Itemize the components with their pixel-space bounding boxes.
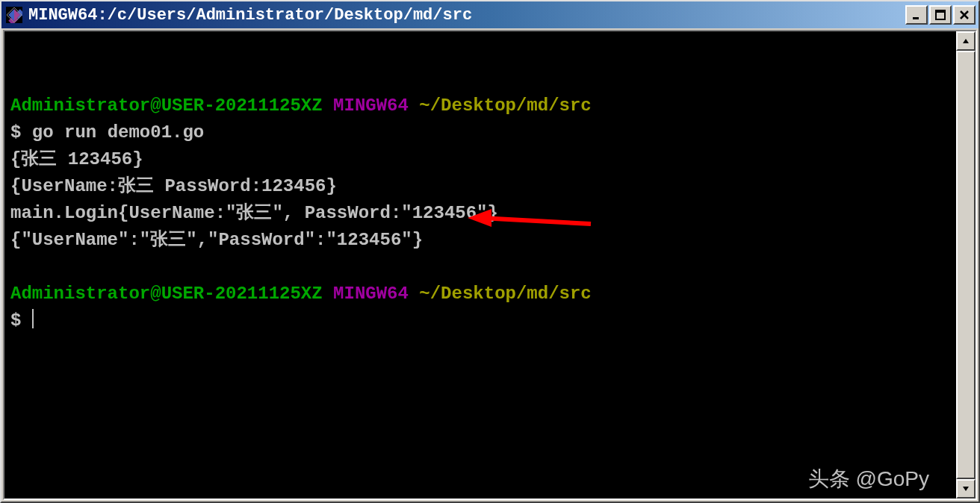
close-button[interactable] (953, 5, 976, 25)
minimize-button[interactable] (905, 5, 928, 25)
prompt-user: Administrator@USER-20211125XZ (10, 96, 323, 116)
terminal[interactable]: Administrator@USER-20211125XZ MINGW64 ~/… (4, 31, 956, 499)
output-line: {UserName:张三 PassWord:123456} (10, 176, 337, 196)
scroll-down-button[interactable] (956, 479, 976, 499)
prompt-env: MINGW64 (333, 96, 409, 116)
svg-rect-6 (913, 17, 919, 19)
prompt-symbol: $ (10, 310, 21, 331)
prompt-symbol: $ (10, 122, 21, 143)
window-controls (905, 5, 976, 25)
blank-line (10, 257, 21, 277)
svg-marker-12 (963, 39, 969, 43)
prompt-user: Administrator@USER-20211125XZ (10, 284, 323, 304)
content-area: Administrator@USER-20211125XZ MINGW64 ~/… (3, 30, 977, 500)
prompt-env: MINGW64 (333, 284, 409, 304)
output-line: {"UserName":"张三","PassWord":"123456"} (10, 230, 423, 250)
scroll-thumb[interactable] (956, 51, 976, 479)
scroll-up-button[interactable] (956, 31, 976, 51)
prompt-path: ~/Desktop/md/src (419, 284, 591, 304)
svg-rect-8 (936, 10, 945, 13)
output-line: {张三 123456} (10, 149, 143, 169)
mingw-icon (4, 5, 24, 25)
command-text: go run demo01.go (32, 122, 204, 143)
window-frame: MINGW64:/c/Users/Administrator/Desktop/m… (0, 0, 980, 503)
watermark-text: 头条 @GoPy (808, 466, 929, 493)
svg-marker-13 (963, 487, 969, 491)
vertical-scrollbar[interactable] (956, 31, 976, 499)
output-line: main.Login{UserName:"张三", PassWord:"1234… (10, 203, 498, 223)
cursor (32, 309, 34, 328)
prompt-path: ~/Desktop/md/src (419, 96, 591, 116)
titlebar[interactable]: MINGW64:/c/Users/Administrator/Desktop/m… (1, 1, 979, 28)
maximize-button[interactable] (929, 5, 952, 25)
window-title: MINGW64:/c/Users/Administrator/Desktop/m… (28, 6, 901, 25)
blank-line (10, 69, 21, 89)
